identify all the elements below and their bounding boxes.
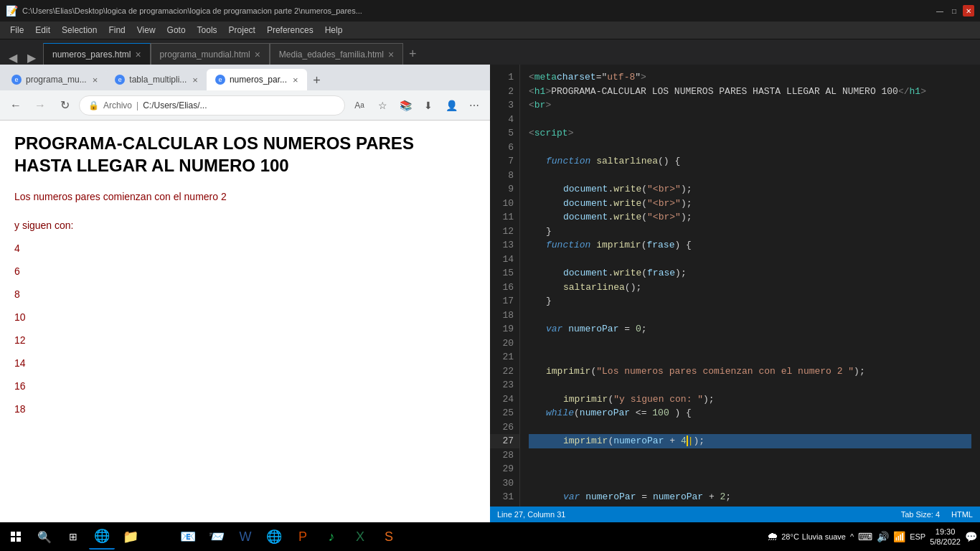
menu-find[interactable]: Find: [103, 22, 131, 39]
browser-profile-btn[interactable]: 👤: [441, 95, 461, 116]
number-12: 12: [14, 334, 476, 346]
forward-button[interactable]: →: [30, 95, 50, 116]
browser-new-tab-button[interactable]: +: [307, 70, 327, 90]
taskbar-sublime-button[interactable]: S: [376, 524, 402, 550]
taskbar-files-button[interactable]: 📁: [118, 524, 143, 550]
browser-tab-favicon-3: e: [215, 75, 225, 85]
edge-icon: 🌐: [94, 528, 110, 544]
back-button[interactable]: ←: [6, 95, 26, 116]
code-line-27: imprimir(numeroPar + 4|);: [529, 434, 971, 448]
editor-tab-programa-mundial-label: programa_mundial.html: [160, 50, 250, 60]
editor-tab-numeros-pares[interactable]: numeros_pares.html ×: [43, 43, 151, 65]
taskbar-chrome-button[interactable]: 🌐: [261, 524, 287, 550]
menu-file[interactable]: File: [4, 22, 29, 39]
menu-project[interactable]: Project: [223, 22, 261, 39]
browser-tab-programa-mu[interactable]: e programa_mu... ×: [3, 69, 106, 90]
tray-chevron[interactable]: ^: [850, 532, 854, 541]
menu-edit[interactable]: Edit: [29, 22, 56, 39]
line-num-2: 2: [490, 85, 519, 99]
menu-goto[interactable]: Goto: [161, 22, 192, 39]
taskbar-outlook-button[interactable]: 📨: [204, 524, 230, 550]
browser-star-btn[interactable]: ☆: [372, 95, 392, 116]
taskbar-spotify-button[interactable]: ♪: [319, 524, 344, 550]
menu-selection[interactable]: Selection: [56, 22, 103, 39]
page-text-line1: Los numeros pares comienzan con el numer…: [14, 191, 476, 202]
browser-collections-btn[interactable]: 📚: [395, 95, 415, 116]
title-bar-controls[interactable]: — □ ✕: [934, 5, 974, 17]
outlook-icon: 📨: [209, 529, 225, 545]
line-num-17: 17: [490, 294, 519, 309]
menu-tools[interactable]: Tools: [192, 22, 223, 39]
browser-more-btn[interactable]: ⋯: [464, 95, 484, 116]
taskbar-taskview-button[interactable]: ⊞: [60, 524, 86, 550]
close-button[interactable]: ✕: [963, 5, 974, 17]
editor-nav-forward[interactable]: ▶: [23, 51, 40, 65]
taskbar-ppt-button[interactable]: P: [290, 524, 316, 550]
browser-tab-tabla-close[interactable]: ×: [192, 75, 198, 85]
taskbar-word-button[interactable]: W: [232, 524, 258, 550]
code-line-26: [529, 420, 971, 435]
code-line-22: imprimir("Los numeros pares comienzan co…: [529, 364, 971, 379]
minimize-button[interactable]: —: [934, 5, 946, 17]
editor-tab-media-edades-close[interactable]: ×: [388, 50, 394, 60]
code-line-29: [529, 462, 971, 476]
address-bar[interactable]: 🔒 Archivo | C:/Users/Elias/...: [79, 95, 345, 116]
menu-preferences[interactable]: Preferences: [261, 22, 319, 39]
line-num-10: 10: [490, 197, 519, 211]
keyboard-icon: ⌨: [858, 531, 872, 542]
browser-content: PROGRAMA-CALCULAR LOS NUMEROS PARES HAST…: [0, 121, 490, 522]
clock-time: 19:30: [930, 527, 961, 537]
browser-tab-programa-mu-close[interactable]: ×: [93, 75, 98, 85]
files-icon: 📁: [123, 529, 138, 545]
taskbar-edge-button[interactable]: 🌐: [89, 524, 115, 550]
line-num-23: 23: [490, 378, 519, 392]
line-num-15: 15: [490, 266, 519, 281]
editor-panel: 1 2 3 4 5 6 7 8 9 10 11 12 13 14 15 16 1…: [490, 65, 980, 522]
code-line-7: function saltarlinea() {: [529, 154, 971, 169]
browser-tab-numeros-par-label: numeros_par...: [230, 75, 287, 85]
address-lock-icon: 🔒: [88, 100, 99, 110]
editor-nav-back[interactable]: ◀: [4, 51, 22, 65]
code-line-2: <h1>PROGRAMA-CALCULAR LOS NUMEROS PARES …: [529, 85, 971, 99]
editor-tab-numeros-pares-close[interactable]: ×: [135, 50, 141, 60]
browser-tab-numeros-par[interactable]: e numeros_par... ×: [207, 69, 307, 90]
line-num-24: 24: [490, 392, 519, 407]
browser-download-btn[interactable]: ⬇: [418, 95, 438, 116]
code-line-18: [529, 309, 971, 323]
browser-tab-numeros-par-close[interactable]: ×: [293, 75, 298, 85]
reload-button[interactable]: ↻: [55, 95, 75, 116]
menu-help[interactable]: Help: [319, 22, 349, 39]
taskview-icon: ⊞: [69, 531, 77, 542]
browser-font-btn[interactable]: Aa: [349, 95, 369, 116]
taskbar-store-button[interactable]: 🛍: [146, 524, 172, 550]
menu-view[interactable]: View: [131, 22, 161, 39]
maximize-button[interactable]: □: [948, 5, 960, 17]
code-line-23: [529, 378, 971, 392]
nav-right-icons: Aa ☆ 📚 ⬇ 👤 ⋯: [349, 95, 484, 116]
taskbar-clock[interactable]: 19:30 5/8/2022: [930, 527, 961, 547]
page-title: PROGRAMA-CALCULAR LOS NUMEROS PARES HAST…: [14, 132, 476, 176]
store-icon: 🛍: [153, 529, 166, 545]
editor-tab-media-edades[interactable]: Media_edades_familia.html ×: [270, 43, 403, 65]
editor-tab-programa-mundial[interactable]: programa_mundial.html ×: [151, 43, 270, 65]
code-editor[interactable]: 1 2 3 4 5 6 7 8 9 10 11 12 13 14 15 16 1…: [490, 65, 980, 507]
word-icon: W: [240, 529, 252, 545]
code-line-20: [529, 336, 971, 351]
editor-tab-add[interactable]: +: [403, 43, 423, 65]
browser-tab-favicon-1: e: [11, 75, 22, 85]
notification-icon[interactable]: 💬: [965, 531, 977, 542]
taskbar-search-button[interactable]: 🔍: [32, 524, 57, 550]
taskbar-excel-button[interactable]: X: [347, 524, 373, 550]
browser-tab-tabla[interactable]: e tabla_multipli... ×: [106, 69, 207, 90]
title-bar: 📝 C:\Users\Elias\Desktop\logica de progr…: [0, 0, 980, 22]
address-path: C:/Users/Elias/...: [143, 100, 207, 110]
taskbar-mail-button[interactable]: 📧: [175, 524, 201, 550]
editor-tab-programa-mundial-close[interactable]: ×: [255, 50, 260, 60]
code-line-4: [529, 113, 971, 127]
weather-icon: 🌧: [767, 530, 778, 543]
editor-tab-numeros-pares-label: numeros_pares.html: [52, 50, 131, 60]
code-line-13: function imprimir(frase) {: [529, 238, 971, 253]
line-num-31: 31: [490, 490, 519, 504]
code-content[interactable]: <meta charset="utf-8"> <h1>PROGRAMA-CALC…: [520, 65, 980, 507]
windows-start-button[interactable]: [3, 524, 29, 550]
